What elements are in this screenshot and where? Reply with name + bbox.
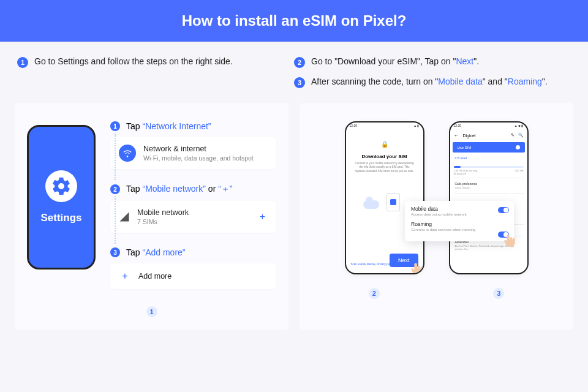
mobile-data-sub: Access data using mobile network [411, 213, 487, 216]
digicel-phone: 12:30 ▲ ◆ ▮ ← Digicel ✎ 🔍 Use SIM 0 B us… [449, 121, 529, 274]
download-sim-desc: Connect to your mobile network by downlo… [352, 162, 417, 173]
edit-icon[interactable]: ✎ [511, 133, 514, 138]
substep-1-badge: 1 [110, 121, 120, 131]
add-more-title: Add more [138, 272, 172, 281]
panel-step-2-badge: 2 [369, 288, 380, 299]
panel-settings-steps: Settings 1 Tap “Network Internet” [15, 103, 288, 330]
top-instructions: 1 Go to Settings and follow the steps on… [0, 42, 588, 96]
settings-phone: Settings [27, 125, 96, 270]
panel-step-3-badge: 3 [493, 288, 504, 299]
gear-icon [45, 170, 77, 202]
digicel-header: ← Digicel ✎ 🔍 [450, 130, 527, 141]
substep-3-text: Tap “Add more” [126, 247, 186, 257]
substep-2-badge: 2 [110, 184, 120, 194]
data-usage-bar [454, 166, 524, 168]
settings-label: Settings [40, 212, 81, 224]
pointer-icon [409, 261, 424, 274]
page-header: How to install an eSIM on Pixel? [0, 0, 588, 42]
step-3-badge: 3 [294, 77, 305, 88]
status-bar: 12:30 ▲ ▮ [346, 123, 423, 130]
qr-illustration [363, 189, 406, 220]
step-3-text: After scanning the code, turn on "Mobile… [311, 77, 548, 86]
carrier-name: Digicel [463, 134, 476, 138]
download-sim-phone: 12:30 ▲ ▮ 🔒 Download your SIM Connect to… [345, 121, 424, 274]
wifi-icon [119, 145, 136, 162]
download-sim-title: Download your SIM [352, 154, 417, 159]
substep-3-badge: 3 [110, 247, 120, 257]
step-1-text: Go to Settings and follow the steps on t… [34, 56, 233, 66]
substep-1-text: Tap “Network Internet” [126, 121, 211, 131]
mobile-data-label: Mobile data [411, 206, 487, 212]
toggles-callout: Mobile data Access data using mobile net… [405, 201, 514, 241]
plus-icon: + [119, 271, 131, 282]
data-used-row: 0 B used [450, 153, 527, 164]
panel-phone-screens: 12:30 ▲ ▮ 🔒 Download your SIM Connect to… [300, 103, 573, 330]
mobile-data-toggle[interactable] [498, 207, 509, 213]
header-title: How to install an eSIM on Pixel? [182, 12, 407, 29]
panel-step-1-badge: 1 [146, 306, 157, 317]
network-card-title: Network & internet [143, 145, 254, 153]
network-internet-card[interactable]: Network & internet Wi-Fi, mobile, data u… [110, 137, 276, 169]
search-icon[interactable]: 🔍 [518, 133, 524, 138]
mobile-network-card[interactable]: Mobile network 7 SIMs + [110, 201, 276, 233]
back-arrow-icon[interactable]: ← [454, 132, 459, 138]
roaming-label: Roaming [411, 221, 487, 227]
network-card-sub: Wi-Fi, mobile, data usage, and hotspot [143, 154, 254, 162]
step-1-badge: 1 [17, 57, 28, 68]
calls-pref-row[interactable]: Calls preference China Unicom [450, 178, 527, 193]
step-2-text: Go to "Download your eSIM", Tap on "Next… [311, 56, 479, 66]
privacy-links[interactable]: Scan source license, Privacy policy [351, 263, 394, 266]
mobile-card-sub: 7 SIMs [137, 218, 189, 225]
step-2-badge: 2 [294, 57, 305, 68]
lock-icon: 🔒 [352, 141, 417, 148]
mobile-card-title: Mobile network [137, 208, 189, 217]
status-bar: 12:30 ▲ ◆ ▮ [450, 123, 527, 130]
roaming-sub: Connect to data services when roaming [411, 228, 487, 232]
add-more-card[interactable]: + Add more [110, 263, 276, 289]
signal-icon [119, 211, 130, 222]
pointer-icon [502, 233, 518, 249]
use-sim-toggle[interactable]: Use SIM [453, 142, 525, 153]
plus-icon[interactable]: + [257, 211, 268, 222]
substep-2-text: Tap “Mobile network” or “＋” [126, 184, 233, 195]
